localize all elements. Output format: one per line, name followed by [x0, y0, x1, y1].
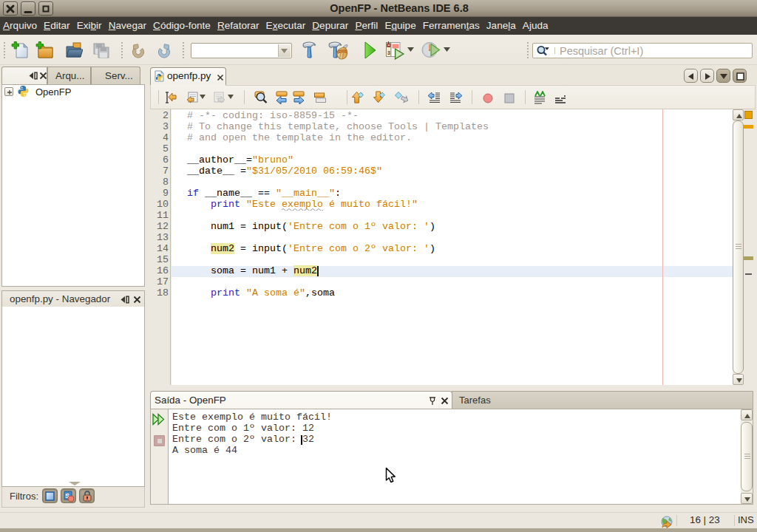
svg-text:3: 3 [387, 50, 390, 55]
